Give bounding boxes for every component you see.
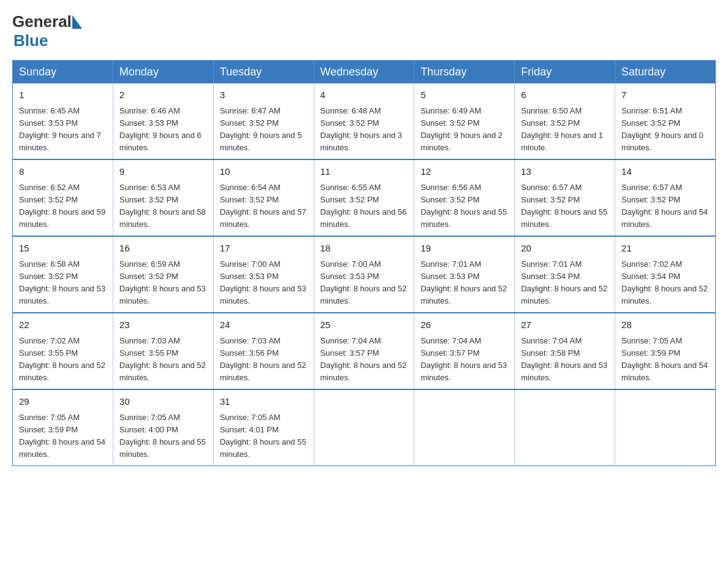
- logo: General Blue: [12, 12, 83, 50]
- day-of-week-header: Sunday: [13, 61, 113, 84]
- logo-arrow-icon: [72, 15, 82, 29]
- calendar-week-row: 15 Sunrise: 6:58 AM Sunset: 3:52 PM Dayl…: [13, 236, 716, 313]
- page-header: General Blue: [12, 12, 716, 50]
- day-info: Sunrise: 7:01 AM Sunset: 3:54 PM Dayligh…: [521, 258, 609, 308]
- day-info: Sunrise: 7:04 AM Sunset: 3:58 PM Dayligh…: [521, 335, 609, 385]
- day-number: 11: [320, 165, 408, 179]
- day-info: Sunrise: 7:00 AM Sunset: 3:53 PM Dayligh…: [320, 258, 408, 308]
- day-info: Sunrise: 7:05 AM Sunset: 3:59 PM Dayligh…: [621, 335, 709, 385]
- calendar-day-cell: [615, 389, 716, 466]
- day-info: Sunrise: 7:05 AM Sunset: 4:00 PM Dayligh…: [119, 412, 207, 461]
- calendar-day-cell: 11 Sunrise: 6:55 AM Sunset: 3:52 PM Dayl…: [314, 159, 414, 236]
- day-info: Sunrise: 6:45 AM Sunset: 3:53 PM Dayligh…: [19, 105, 107, 155]
- day-number: 25: [320, 318, 408, 332]
- day-info: Sunrise: 6:58 AM Sunset: 3:52 PM Dayligh…: [19, 258, 107, 308]
- calendar-day-cell: 14 Sunrise: 6:57 AM Sunset: 3:52 PM Dayl…: [615, 159, 716, 236]
- day-number: 20: [521, 242, 609, 256]
- day-number: 23: [119, 318, 207, 332]
- calendar-week-row: 22 Sunrise: 7:02 AM Sunset: 3:55 PM Dayl…: [13, 313, 716, 389]
- calendar-day-cell: 2 Sunrise: 6:46 AM Sunset: 3:53 PM Dayli…: [113, 83, 213, 159]
- day-number: 9: [119, 165, 207, 179]
- day-info: Sunrise: 7:04 AM Sunset: 3:57 PM Dayligh…: [320, 335, 408, 385]
- calendar-day-cell: 13 Sunrise: 6:57 AM Sunset: 3:52 PM Dayl…: [515, 159, 615, 236]
- day-number: 31: [220, 395, 308, 409]
- calendar-day-cell: 26 Sunrise: 7:04 AM Sunset: 3:57 PM Dayl…: [414, 313, 515, 389]
- day-info: Sunrise: 6:55 AM Sunset: 3:52 PM Dayligh…: [320, 182, 408, 231]
- calendar-day-cell: 24 Sunrise: 7:03 AM Sunset: 3:56 PM Dayl…: [213, 313, 314, 389]
- day-number: 3: [220, 88, 308, 102]
- day-number: 28: [621, 318, 709, 332]
- day-info: Sunrise: 6:50 AM Sunset: 3:52 PM Dayligh…: [521, 105, 609, 155]
- day-number: 7: [621, 88, 709, 102]
- calendar-day-cell: 4 Sunrise: 6:48 AM Sunset: 3:52 PM Dayli…: [314, 83, 414, 159]
- calendar-day-cell: 18 Sunrise: 7:00 AM Sunset: 3:53 PM Dayl…: [314, 236, 414, 313]
- calendar-day-cell: [515, 389, 615, 466]
- day-info: Sunrise: 7:02 AM Sunset: 3:54 PM Dayligh…: [621, 258, 709, 308]
- day-number: 22: [19, 318, 107, 332]
- day-number: 14: [621, 165, 709, 179]
- day-number: 16: [119, 242, 207, 256]
- day-info: Sunrise: 7:01 AM Sunset: 3:53 PM Dayligh…: [420, 258, 508, 308]
- day-info: Sunrise: 6:54 AM Sunset: 3:52 PM Dayligh…: [220, 182, 308, 231]
- day-info: Sunrise: 6:48 AM Sunset: 3:52 PM Dayligh…: [320, 105, 408, 155]
- calendar-day-cell: 28 Sunrise: 7:05 AM Sunset: 3:59 PM Dayl…: [615, 313, 716, 389]
- day-of-week-header: Monday: [113, 61, 213, 84]
- day-number: 15: [19, 242, 107, 256]
- day-info: Sunrise: 7:00 AM Sunset: 3:53 PM Dayligh…: [220, 258, 308, 308]
- day-number: 29: [19, 395, 107, 409]
- calendar-day-cell: 17 Sunrise: 7:00 AM Sunset: 3:53 PM Dayl…: [213, 236, 314, 313]
- calendar-day-cell: 3 Sunrise: 6:47 AM Sunset: 3:52 PM Dayli…: [213, 83, 314, 159]
- day-info: Sunrise: 6:57 AM Sunset: 3:52 PM Dayligh…: [621, 182, 709, 231]
- day-number: 17: [220, 242, 308, 256]
- calendar-day-cell: 25 Sunrise: 7:04 AM Sunset: 3:57 PM Dayl…: [314, 313, 414, 389]
- calendar-day-cell: 19 Sunrise: 7:01 AM Sunset: 3:53 PM Dayl…: [414, 236, 515, 313]
- calendar-day-cell: 10 Sunrise: 6:54 AM Sunset: 3:52 PM Dayl…: [213, 159, 314, 236]
- day-number: 26: [420, 318, 508, 332]
- calendar-day-cell: 22 Sunrise: 7:02 AM Sunset: 3:55 PM Dayl…: [13, 313, 113, 389]
- logo-blue-text: Blue: [13, 31, 48, 50]
- day-number: 2: [119, 88, 207, 102]
- day-info: Sunrise: 7:03 AM Sunset: 3:56 PM Dayligh…: [220, 335, 308, 385]
- day-info: Sunrise: 6:57 AM Sunset: 3:52 PM Dayligh…: [521, 182, 609, 231]
- day-info: Sunrise: 6:46 AM Sunset: 3:53 PM Dayligh…: [119, 105, 207, 155]
- calendar-day-cell: 27 Sunrise: 7:04 AM Sunset: 3:58 PM Dayl…: [515, 313, 615, 389]
- day-number: 13: [521, 165, 609, 179]
- day-number: 4: [320, 88, 408, 102]
- day-number: 27: [521, 318, 609, 332]
- calendar-day-cell: 1 Sunrise: 6:45 AM Sunset: 3:53 PM Dayli…: [13, 83, 113, 159]
- calendar-day-cell: 31 Sunrise: 7:05 AM Sunset: 4:01 PM Dayl…: [213, 389, 314, 466]
- day-of-week-header: Friday: [515, 61, 615, 84]
- day-number: 8: [19, 165, 107, 179]
- day-info: Sunrise: 6:47 AM Sunset: 3:52 PM Dayligh…: [220, 105, 308, 155]
- day-number: 12: [420, 165, 508, 179]
- day-info: Sunrise: 6:49 AM Sunset: 3:52 PM Dayligh…: [420, 105, 508, 155]
- calendar-day-cell: 12 Sunrise: 6:56 AM Sunset: 3:52 PM Dayl…: [414, 159, 515, 236]
- day-number: 10: [220, 165, 308, 179]
- calendar-day-cell: 30 Sunrise: 7:05 AM Sunset: 4:00 PM Dayl…: [113, 389, 213, 466]
- day-info: Sunrise: 6:53 AM Sunset: 3:52 PM Dayligh…: [119, 182, 207, 231]
- calendar-day-cell: [314, 389, 414, 466]
- calendar-day-cell: 20 Sunrise: 7:01 AM Sunset: 3:54 PM Dayl…: [515, 236, 615, 313]
- calendar-week-row: 8 Sunrise: 6:52 AM Sunset: 3:52 PM Dayli…: [13, 159, 716, 236]
- calendar-day-cell: 9 Sunrise: 6:53 AM Sunset: 3:52 PM Dayli…: [113, 159, 213, 236]
- day-info: Sunrise: 6:56 AM Sunset: 3:52 PM Dayligh…: [420, 182, 508, 231]
- calendar-table: SundayMondayTuesdayWednesdayThursdayFrid…: [12, 60, 716, 466]
- day-number: 21: [621, 242, 709, 256]
- day-number: 6: [521, 88, 609, 102]
- calendar-day-cell: 6 Sunrise: 6:50 AM Sunset: 3:52 PM Dayli…: [515, 83, 615, 159]
- day-of-week-header: Tuesday: [213, 61, 314, 84]
- calendar-day-cell: 5 Sunrise: 6:49 AM Sunset: 3:52 PM Dayli…: [414, 83, 515, 159]
- calendar-day-cell: 16 Sunrise: 6:59 AM Sunset: 3:52 PM Dayl…: [113, 236, 213, 313]
- day-info: Sunrise: 6:51 AM Sunset: 3:52 PM Dayligh…: [621, 105, 709, 155]
- day-info: Sunrise: 6:52 AM Sunset: 3:52 PM Dayligh…: [19, 182, 107, 231]
- calendar-day-cell: 15 Sunrise: 6:58 AM Sunset: 3:52 PM Dayl…: [13, 236, 113, 313]
- day-info: Sunrise: 6:59 AM Sunset: 3:52 PM Dayligh…: [119, 258, 207, 308]
- calendar-day-cell: [414, 389, 515, 466]
- calendar-header-row: SundayMondayTuesdayWednesdayThursdayFrid…: [13, 61, 716, 84]
- calendar-day-cell: 8 Sunrise: 6:52 AM Sunset: 3:52 PM Dayli…: [13, 159, 113, 236]
- day-number: 30: [119, 395, 207, 409]
- day-of-week-header: Wednesday: [314, 61, 414, 84]
- day-info: Sunrise: 7:04 AM Sunset: 3:57 PM Dayligh…: [420, 335, 508, 385]
- day-number: 18: [320, 242, 408, 256]
- day-number: 5: [420, 88, 508, 102]
